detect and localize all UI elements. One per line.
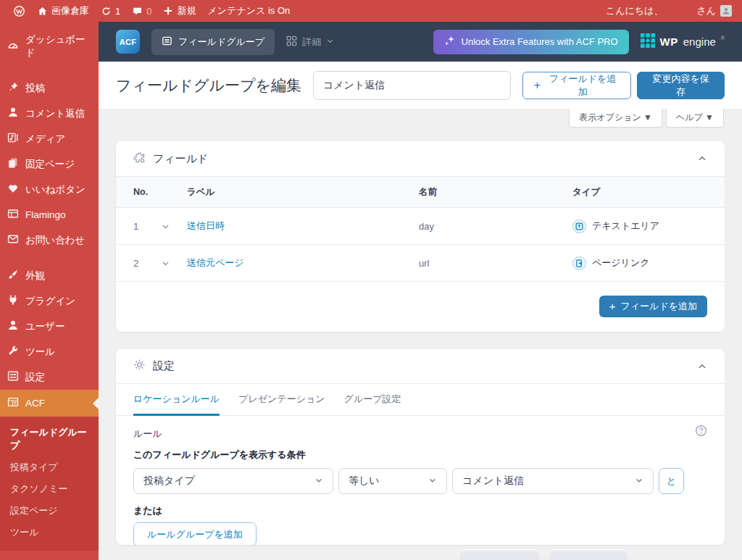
tab-presentation[interactable]: プレゼンテーション bbox=[238, 384, 325, 416]
submenu-item-taxonomies[interactable]: タクソノミー bbox=[0, 478, 99, 500]
condition-label: このフィールドグループを表示する条件 bbox=[133, 448, 707, 461]
field-row: 1 送信日時 day テキストエリア bbox=[116, 208, 725, 245]
plus-icon bbox=[163, 6, 173, 16]
wpengine-mark-icon bbox=[641, 33, 655, 50]
chevron-down-icon bbox=[428, 475, 437, 487]
sidebar-item-contact[interactable]: お問い合わせ bbox=[0, 227, 99, 253]
add-field-button-footer[interactable]: + フィールドを追加 bbox=[599, 296, 707, 317]
field-groups-nav-button[interactable]: フィールドグループ bbox=[151, 29, 275, 55]
sidebar-item-media[interactable]: メディア bbox=[0, 126, 99, 151]
wrench-icon bbox=[7, 345, 19, 359]
field-row: 2 送信元ページ url ページリンク bbox=[116, 245, 725, 282]
chevron-down-icon bbox=[326, 36, 334, 47]
sidebar-item-like-button[interactable]: いいねボタン bbox=[0, 177, 99, 202]
update-icon bbox=[101, 6, 112, 17]
sidebar-item-dashboard[interactable]: ダッシュボード bbox=[0, 28, 99, 65]
field-label-link[interactable]: 送信元ページ bbox=[187, 256, 419, 269]
comment-icon bbox=[132, 6, 143, 17]
help-tab[interactable]: ヘルプ ▼ bbox=[666, 109, 724, 128]
and-rule-button[interactable]: と bbox=[659, 468, 684, 494]
sidebar-item-appearance[interactable]: 外観 bbox=[0, 263, 99, 288]
brush-icon bbox=[7, 269, 19, 283]
rule-value-select[interactable]: コメント返信 bbox=[452, 468, 654, 494]
submenu-item-tools[interactable]: ツール bbox=[0, 522, 99, 543]
comments-menu[interactable]: 0 bbox=[126, 0, 157, 22]
offscreen-element-partial bbox=[459, 549, 541, 560]
settings-panel: 設定 ロケーションルール プレゼンテーション グループ設定 ルール このフィール… bbox=[116, 349, 725, 545]
list-icon bbox=[162, 35, 172, 49]
rule-operator-select[interactable]: 等しい bbox=[338, 468, 447, 494]
table-list-icon bbox=[7, 208, 19, 222]
puzzle-icon bbox=[133, 151, 146, 167]
field-group-title-input[interactable] bbox=[313, 71, 511, 100]
tab-location-rules[interactable]: ロケーションルール bbox=[133, 384, 220, 416]
sidebar-item-plugins[interactable]: プラグイン bbox=[0, 288, 99, 314]
pages-icon bbox=[7, 157, 19, 171]
site-name: 画像倉庫 bbox=[51, 4, 89, 17]
new-label: 新規 bbox=[177, 4, 196, 17]
sidebar-item-comment-reply[interactable]: コメント返信 bbox=[0, 101, 99, 126]
gear-icon bbox=[133, 359, 146, 374]
account-menu[interactable]: こんにちは、 さん bbox=[606, 4, 735, 17]
acf-menu-icon bbox=[7, 396, 19, 410]
acf-toolbar: ACF フィールドグループ 詳細 Unlock Extra Features w… bbox=[99, 22, 742, 62]
save-changes-button[interactable]: 変更内容を保存 bbox=[637, 72, 725, 99]
pushpin-icon bbox=[7, 81, 19, 95]
heart-icon bbox=[7, 183, 19, 196]
add-rule-group-button[interactable]: ルールグループを追加 bbox=[133, 522, 257, 545]
mail-icon bbox=[7, 233, 19, 247]
fields-panel: フィールド No. ラベル 名前 タイプ 1 送信日時 day bbox=[116, 141, 725, 332]
grid-icon bbox=[286, 35, 297, 49]
media-icon bbox=[7, 132, 19, 146]
chevron-down-icon bbox=[635, 475, 643, 487]
help-question-icon[interactable] bbox=[695, 425, 707, 440]
field-label-link[interactable]: 送信日時 bbox=[187, 220, 419, 233]
page-link-type-icon bbox=[572, 256, 586, 270]
sparkle-icon bbox=[444, 35, 456, 49]
wordpress-logo-menu[interactable] bbox=[7, 0, 31, 22]
dashboard-icon bbox=[7, 40, 19, 54]
sidebar-item-pages[interactable]: 固定ページ bbox=[0, 151, 99, 177]
rule-param-select[interactable]: 投稿タイプ bbox=[133, 468, 333, 494]
fields-table-header: No. ラベル 名前 タイプ bbox=[116, 176, 725, 208]
acf-submenu: フィールドグループ 投稿タイプ タクソノミー 設定ページ ツール bbox=[0, 417, 99, 551]
sidebar-item-settings[interactable]: 設定 bbox=[0, 364, 99, 390]
details-dropdown[interactable]: 詳細 bbox=[286, 35, 334, 49]
acf-pro-upgrade-button[interactable]: Unlock Extra Features with ACF PRO bbox=[433, 30, 629, 54]
rules-heading: ルール bbox=[133, 427, 707, 440]
collapse-settings-chevron-up-icon[interactable] bbox=[697, 362, 707, 372]
site-link[interactable]: 画像倉庫 bbox=[31, 0, 95, 22]
settings-tabs: ロケーションルール プレゼンテーション グループ設定 bbox=[116, 384, 725, 416]
sidebar-item-flamingo[interactable]: Flamingo bbox=[0, 202, 99, 227]
sidebar-item-tools[interactable]: ツール bbox=[0, 339, 99, 364]
updates-menu[interactable]: 1 bbox=[95, 0, 126, 22]
new-content-menu[interactable]: 新規 bbox=[157, 0, 201, 22]
offscreen-element-partial bbox=[549, 549, 628, 560]
maintenance-status[interactable]: メンテナンス is On bbox=[201, 0, 296, 22]
add-field-button-header[interactable]: + フィールドを追加 bbox=[522, 72, 631, 99]
page-title: フィールドグループを編集 bbox=[116, 75, 301, 96]
plugin-icon bbox=[7, 294, 19, 308]
acf-logo[interactable]: ACF bbox=[116, 30, 140, 54]
tab-group-settings[interactable]: グループ設定 bbox=[344, 384, 401, 416]
update-count: 1 bbox=[115, 6, 120, 17]
main-area: ACF フィールドグループ 詳細 Unlock Extra Features w… bbox=[99, 22, 742, 560]
submenu-item-options-pages[interactable]: 設定ページ bbox=[0, 500, 99, 522]
current-menu-arrow bbox=[93, 398, 99, 409]
sidebar-item-posts[interactable]: 投稿 bbox=[0, 75, 99, 101]
wpengine-logo[interactable]: WP engine ® bbox=[641, 33, 725, 50]
home-icon bbox=[37, 6, 48, 17]
submenu-item-field-groups[interactable]: フィールドグループ bbox=[0, 422, 99, 456]
expand-field-chevron-icon[interactable] bbox=[161, 222, 187, 231]
expand-field-chevron-icon[interactable] bbox=[161, 259, 187, 268]
maintenance-label: メンテナンス is On bbox=[207, 4, 290, 17]
collapse-fields-chevron-up-icon[interactable] bbox=[697, 154, 707, 164]
sidebar-item-users[interactable]: ユーザー bbox=[0, 314, 99, 339]
sidebar-item-acf[interactable]: ACF bbox=[0, 390, 99, 417]
wordpress-acf-screen: 画像倉庫 1 0 新規 メンテナンス is On こんにちは、 さん bbox=[0, 0, 742, 560]
screen-options-tab[interactable]: 表示オプション ▼ bbox=[569, 109, 662, 128]
admin-bar: 画像倉庫 1 0 新規 メンテナンス is On こんにちは、 さん bbox=[0, 0, 742, 22]
submenu-item-post-types[interactable]: 投稿タイプ bbox=[0, 456, 99, 478]
content-area: 表示オプション ▼ ヘルプ ▼ フィールド No. ラベル 名前 タイプ bbox=[99, 109, 742, 560]
plus-glyph: + bbox=[609, 300, 616, 312]
